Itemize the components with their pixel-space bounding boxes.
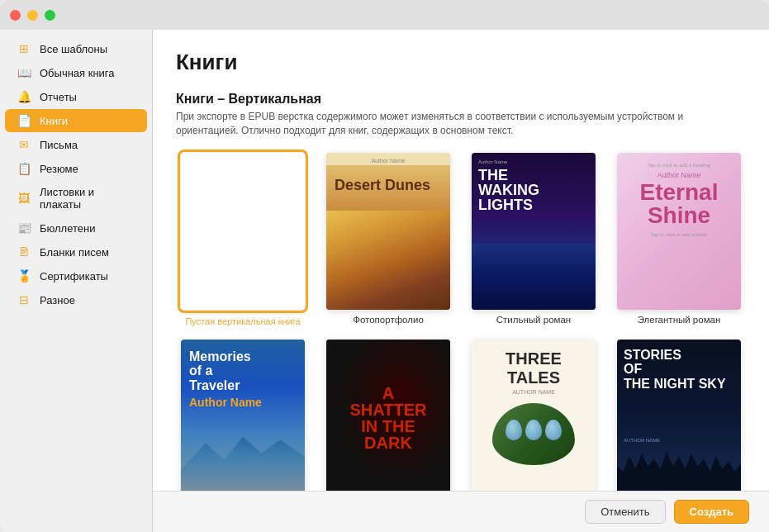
sidebar-icon-flyers: 🖼 bbox=[17, 192, 31, 205]
cancel-button[interactable]: Отменить bbox=[585, 500, 665, 524]
sidebar-item-stationery[interactable]: 🖹 Бланки писем bbox=[5, 240, 147, 264]
template-item-avantgarde[interactable]: ASHATTERIN THEDARK Авангардный роман bbox=[321, 340, 455, 511]
template-item-photo[interactable]: Author Name Desert Dunes Фотопортфолио bbox=[321, 153, 455, 326]
sidebar-label-letters: Письма bbox=[40, 139, 78, 151]
template-cover-elegant: Tap or click to add a heading Author Nam… bbox=[617, 153, 741, 310]
section-description: При экспорте в EPUB верстка содержимого … bbox=[176, 110, 738, 138]
section-title: Книги – Вертикальная bbox=[176, 92, 746, 107]
sidebar-item-resume[interactable]: 📋 Резюме bbox=[5, 157, 147, 180]
sidebar-icon-certificates: 🏅 bbox=[17, 269, 31, 283]
sidebar-label-flyers: Листовки и плакаты bbox=[40, 186, 135, 211]
template-item-simple[interactable]: THREE TALES AUTHOR NAME Простой роман bbox=[467, 340, 600, 511]
sidebar-label-all: Все шаблоны bbox=[40, 43, 107, 55]
sidebar-icon-misc: ⊟ bbox=[17, 293, 31, 306]
sidebar-item-newsletters[interactable]: 📰 Бюллетени bbox=[5, 216, 147, 240]
template-cover-stylish: Author Name THEWAKINGLIGHTS bbox=[472, 153, 596, 310]
create-button[interactable]: Создать bbox=[674, 500, 749, 524]
templates-grid: Пустая вертикальная книга Author Name De… bbox=[176, 153, 746, 532]
template-item-modern[interactable]: STORIESOFTHE NIGHT SKY AUTHOR NAME Совре… bbox=[612, 340, 746, 511]
sidebar: ⊞ Все шаблоны 📖 Обычная книга 🔔 Отчеты 📄… bbox=[0, 30, 153, 532]
sidebar-label-certificates: Сертификаты bbox=[40, 270, 108, 283]
sidebar-label-newsletters: Бюллетени bbox=[40, 222, 95, 235]
template-cover-blank bbox=[181, 153, 305, 310]
template-label-photo: Фотопортфолио bbox=[353, 315, 424, 325]
sidebar-label-stationery: Бланки писем bbox=[40, 246, 109, 259]
template-cover-photo: Author Name Desert Dunes bbox=[326, 153, 450, 310]
template-label-blank: Пустая вертикальная книга bbox=[185, 316, 300, 326]
sidebar-item-certificates[interactable]: 🏅 Сертификаты bbox=[5, 264, 147, 287]
sidebar-item-reports[interactable]: 🔔 Отчеты bbox=[5, 85, 147, 108]
sidebar-label-reports: Отчеты bbox=[40, 91, 77, 103]
sidebar-label-books: Книги bbox=[40, 115, 68, 127]
sidebar-item-misc[interactable]: ⊟ Разное bbox=[5, 288, 147, 311]
sidebar-icon-book: 📖 bbox=[17, 66, 31, 79]
minimize-button[interactable] bbox=[27, 10, 38, 21]
template-item-blank[interactable]: Пустая вертикальная книга bbox=[176, 153, 310, 326]
content-area: Книги Книги – Вертикальная При экспорте … bbox=[153, 30, 769, 532]
main-content: ⊞ Все шаблоны 📖 Обычная книга 🔔 Отчеты 📄… bbox=[0, 30, 769, 532]
sidebar-icon-letters: ✉ bbox=[17, 138, 31, 151]
sidebar-icon-stationery: 🖹 bbox=[17, 245, 31, 259]
sidebar-label-book: Обычная книга bbox=[40, 67, 115, 79]
template-cover-simple: THREE TALES AUTHOR NAME bbox=[472, 340, 596, 496]
sidebar-icon-newsletters: 📰 bbox=[17, 221, 31, 235]
sidebar-icon-all: ⊞ bbox=[17, 42, 31, 55]
template-label-elegant: Элегантный роман bbox=[638, 315, 721, 325]
template-cover-modern: STORIESOFTHE NIGHT SKY AUTHOR NAME bbox=[617, 340, 741, 496]
sidebar-icon-resume: 📋 bbox=[17, 162, 31, 175]
maximize-button[interactable] bbox=[45, 10, 55, 21]
sidebar-item-flyers[interactable]: 🖼 Листовки и плакаты bbox=[5, 181, 147, 216]
template-cover-avantgarde: ASHATTERIN THEDARK bbox=[326, 340, 450, 496]
sidebar-item-all[interactable]: ⊞ Все шаблоны bbox=[5, 37, 147, 60]
template-item-elegant[interactable]: Tap or click to add a heading Author Nam… bbox=[612, 153, 746, 326]
bottom-bar: Отменить Создать bbox=[153, 491, 769, 532]
sidebar-item-letters[interactable]: ✉ Письма bbox=[5, 133, 147, 156]
page-title: Книги bbox=[176, 50, 746, 75]
template-item-stylish[interactable]: Author Name THEWAKINGLIGHTS Стильный ром… bbox=[467, 153, 600, 326]
sidebar-label-misc: Разное bbox=[40, 294, 75, 306]
template-item-original[interactable]: Memoriesof aTraveler Author Name Оригина… bbox=[176, 340, 310, 511]
sidebar-item-book[interactable]: 📖 Обычная книга bbox=[5, 61, 147, 84]
sidebar-icon-reports: 🔔 bbox=[17, 90, 31, 103]
template-cover-original: Memoriesof aTraveler Author Name bbox=[181, 340, 305, 496]
template-label-stylish: Стильный роман bbox=[496, 315, 571, 325]
close-button[interactable] bbox=[10, 10, 21, 21]
sidebar-label-resume: Резюме bbox=[40, 163, 78, 175]
title-bar bbox=[0, 0, 769, 30]
sidebar-item-books[interactable]: 📄 Книги bbox=[5, 109, 147, 132]
sidebar-icon-books: 📄 bbox=[17, 114, 31, 127]
